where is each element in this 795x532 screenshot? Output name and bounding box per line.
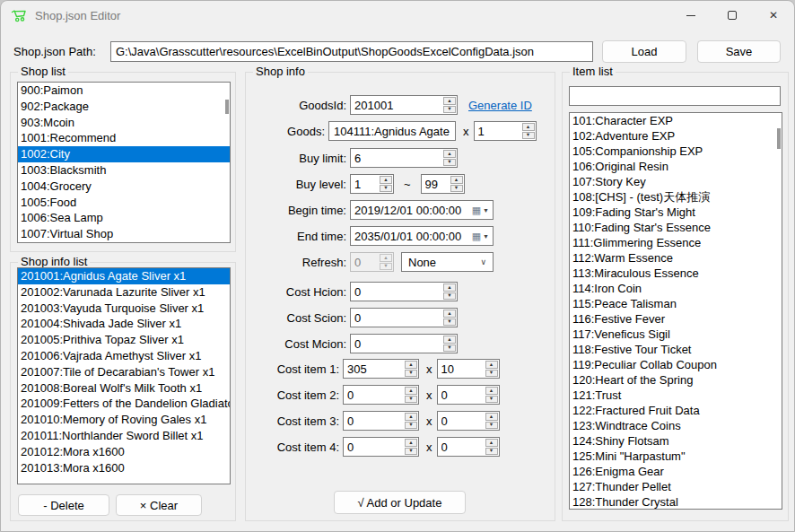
shop-list-item[interactable]: 1006:Sea Lamp [18, 210, 230, 226]
buy-level-min-input[interactable] [351, 175, 379, 193]
cost-mcion-input[interactable] [351, 335, 442, 353]
cost-scion-input[interactable] [351, 309, 442, 327]
spin-up-icon[interactable]: ▲ [443, 336, 456, 344]
item-list-item[interactable]: 123:Windtrace Coins [570, 418, 782, 433]
shop-list-item[interactable]: 1003:Blacksmith [18, 162, 230, 179]
goods-count-input[interactable] [475, 122, 521, 140]
spin-up-icon[interactable]: ▲ [443, 97, 456, 105]
item-list-item[interactable]: 126:Enigma Gear [570, 464, 782, 479]
calendar-dropdown-icon[interactable]: ▼ [483, 207, 489, 214]
item-list-item[interactable]: 107:Story Key [570, 174, 782, 189]
shop-list-item[interactable]: 1001:Recommend [18, 130, 230, 146]
shop-list-item[interactable]: 1005:Food [18, 195, 230, 211]
shop-list-item[interactable]: 902:Package [18, 99, 230, 115]
delete-button[interactable]: - Delete [18, 494, 109, 516]
cost-item-3-id-input[interactable] [344, 412, 404, 430]
spin-up-icon[interactable]: ▲ [443, 283, 456, 292]
goodsid-spinner[interactable]: ▲▼ [350, 95, 458, 115]
item-list-item[interactable]: 124:Shiny Flotsam [570, 433, 782, 449]
item-list-item[interactable]: 122:Fractured Fruit Data [570, 403, 782, 418]
shop-list-item[interactable]: 900:Paimon [18, 83, 230, 99]
item-list-item[interactable]: 118:Festive Tour Ticket [570, 342, 782, 357]
item-list-item[interactable]: 110:Fading Star's Essence [570, 220, 782, 235]
spin-down-icon[interactable]: ▼ [443, 159, 456, 167]
cost-item-1-count-input[interactable] [438, 360, 485, 378]
item-list-item[interactable]: 125:Mini "Harpastum" [570, 449, 782, 464]
cost-hcion-input[interactable] [351, 283, 442, 301]
shop-list-scrollbar[interactable] [225, 100, 229, 114]
item-list-item[interactable]: 119:Peculiar Collab Coupon [570, 357, 782, 372]
item-list-item[interactable]: 101:Character EXP [570, 113, 782, 128]
shop-info-list-item[interactable]: 201012:Mora x1600 [18, 444, 230, 460]
spin-up-icon[interactable]: ▲ [522, 123, 535, 131]
item-list-scrollbar[interactable] [777, 128, 781, 149]
cost-item-1-id-input[interactable] [344, 360, 404, 378]
minimize-button[interactable] [670, 1, 712, 30]
spin-down-icon[interactable]: ▼ [485, 422, 498, 430]
spin-down-icon[interactable]: ▼ [485, 448, 498, 456]
shop-info-list-item[interactable]: 201007:Tile of Decarabian's Tower x1 [18, 364, 230, 380]
begin-time-picker[interactable]: ▦ ▼ [350, 200, 494, 220]
spin-down-icon[interactable]: ▼ [485, 396, 498, 404]
generate-id-link[interactable]: Generate ID [468, 99, 532, 112]
cost-scion-spinner[interactable]: ▲▼ [350, 308, 458, 327]
item-list-item[interactable]: 111:Glimmering Essence [570, 235, 782, 250]
shop-info-list-item[interactable]: 201013:Mora x1600 [18, 460, 230, 476]
shop-info-list-item[interactable]: 201011:Northlander Sword Billet x1 [18, 428, 230, 444]
item-list-item[interactable]: 106:Original Resin [570, 159, 782, 174]
spin-up-icon[interactable]: ▲ [405, 413, 417, 421]
shop-info-list-item[interactable]: 201004:Shivada Jade Sliver x1 [18, 316, 230, 332]
spin-up-icon[interactable]: ▲ [443, 310, 456, 318]
item-list-item[interactable]: 117:Veneficus Sigil [570, 327, 782, 342]
clear-button[interactable]: × Clear [116, 494, 202, 516]
calendar-dropdown-icon[interactable]: ▼ [483, 233, 489, 240]
buy-limit-input[interactable] [351, 149, 442, 167]
item-list-item[interactable]: 113:Miraculous Essence [570, 266, 782, 281]
item-list-item[interactable]: 128:Thunder Crystal [570, 494, 782, 510]
add-or-update-button[interactable]: √ Add or Update [334, 491, 466, 514]
item-list-item[interactable]: 114:Iron Coin [570, 281, 782, 296]
spin-up-icon[interactable]: ▲ [450, 176, 463, 184]
shop-info-list-item[interactable]: 201010:Memory of Roving Gales x1 [18, 412, 230, 428]
cost-item-1-id-spinner[interactable]: ▲▼ [343, 359, 419, 379]
begin-time-input[interactable] [354, 204, 470, 217]
item-list-item[interactable]: 116:Festive Fever [570, 311, 782, 327]
cost-item-2-id-input[interactable] [344, 386, 404, 404]
path-input[interactable] [110, 41, 593, 62]
load-button[interactable]: Load [602, 40, 686, 63]
shop-info-list-item[interactable]: 201002:Varunada Lazurite Sliver x1 [18, 284, 230, 301]
shop-info-list-item[interactable]: 201003:Vayuda Turquoise Sliver x1 [18, 301, 230, 317]
cost-item-3-count-spinner[interactable]: ▲▼ [437, 411, 500, 431]
cost-item-1-count-spinner[interactable]: ▲▼ [437, 359, 500, 379]
maximize-button[interactable] [712, 1, 753, 30]
spin-up-icon[interactable]: ▲ [485, 361, 498, 369]
cost-item-2-id-spinner[interactable]: ▲▼ [343, 385, 419, 405]
spin-up-icon[interactable]: ▲ [405, 387, 417, 395]
spin-down-icon[interactable]: ▼ [443, 344, 456, 353]
item-list-item[interactable]: 127:Thunder Pellet [570, 479, 782, 494]
shop-list-item[interactable]: 1007:Virtual Shop [18, 226, 230, 242]
cost-item-3-id-spinner[interactable]: ▲▼ [343, 411, 419, 431]
cost-item-4-count-spinner[interactable]: ▲▼ [437, 437, 500, 457]
save-button[interactable]: Save [697, 40, 781, 63]
end-time-picker[interactable]: ▦ ▼ [350, 226, 494, 246]
item-list-item[interactable]: 120:Heart of the Spring [570, 372, 782, 388]
cost-item-2-count-spinner[interactable]: ▲▼ [437, 385, 500, 405]
goodsid-input[interactable] [351, 96, 442, 114]
spin-down-icon[interactable]: ▼ [405, 370, 417, 378]
spin-up-icon[interactable]: ▲ [485, 439, 498, 447]
spin-down-icon[interactable]: ▼ [443, 318, 456, 327]
item-search-input[interactable] [569, 86, 781, 106]
goods-count-spinner[interactable]: ▲▼ [474, 121, 537, 141]
spin-up-icon[interactable]: ▲ [443, 150, 456, 158]
shop-info-list-item[interactable]: 201008:Boreal Wolf's Milk Tooth x1 [18, 380, 230, 397]
buy-limit-spinner[interactable]: ▲▼ [350, 148, 458, 168]
item-list-item[interactable]: 121:Trust [570, 388, 782, 403]
goods-input[interactable] [328, 121, 456, 141]
shop-info-list-item[interactable]: 201001:Agnidus Agate Sliver x1 [18, 268, 230, 284]
cost-item-4-id-input[interactable] [344, 438, 404, 456]
cost-hcion-spinner[interactable]: ▲▼ [350, 282, 458, 301]
shop-list-item[interactable]: 903:Mcoin [18, 115, 230, 131]
cost-item-4-id-spinner[interactable]: ▲▼ [343, 437, 419, 457]
spin-down-icon[interactable]: ▼ [443, 292, 456, 301]
